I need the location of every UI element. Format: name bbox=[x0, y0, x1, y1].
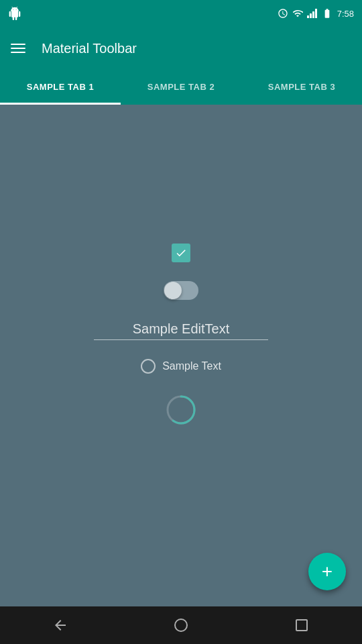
progress-indicator bbox=[164, 392, 198, 427]
toolbar: Material Toolbar bbox=[0, 27, 362, 70]
status-bar-left bbox=[8, 7, 21, 20]
tab-sample-tab-1[interactable]: SAMPLE TAB 1 bbox=[0, 70, 121, 105]
wifi-icon bbox=[292, 8, 303, 19]
menu-button[interactable] bbox=[11, 44, 25, 53]
toggle-wrapper bbox=[164, 281, 198, 300]
fab-button[interactable]: + bbox=[308, 553, 346, 590]
edit-text-wrapper bbox=[94, 319, 268, 340]
toolbar-title: Material Toolbar bbox=[42, 41, 137, 56]
progress-circle-svg bbox=[164, 392, 198, 427]
status-bar: 7:58 bbox=[0, 0, 362, 27]
recent-icon bbox=[294, 617, 310, 633]
svg-rect-3 bbox=[296, 620, 307, 631]
tab-sample-tab-2[interactable]: SAMPLE TAB 2 bbox=[121, 70, 241, 105]
time-display: 7:58 bbox=[337, 9, 354, 19]
signal-icon bbox=[307, 9, 317, 18]
radio-label: Sample Text bbox=[162, 360, 221, 372]
tabs-bar: SAMPLE TAB 1 SAMPLE TAB 2 SAMPLE TAB 3 bbox=[0, 70, 362, 105]
svg-point-2 bbox=[175, 619, 187, 631]
radio-button[interactable] bbox=[141, 359, 156, 374]
tab-sample-tab-3[interactable]: SAMPLE TAB 3 bbox=[241, 70, 362, 105]
nav-recent-button[interactable] bbox=[294, 617, 310, 633]
battery-icon bbox=[321, 8, 333, 19]
toggle-switch[interactable] bbox=[164, 281, 198, 300]
clock-icon bbox=[278, 8, 288, 19]
home-icon bbox=[173, 617, 189, 633]
controls-container: Sample Text bbox=[94, 244, 268, 427]
main-content: Sample Text + bbox=[0, 105, 362, 606]
android-icon bbox=[8, 7, 21, 20]
back-icon bbox=[52, 617, 68, 633]
radio-button-wrapper[interactable]: Sample Text bbox=[141, 359, 221, 374]
status-bar-right: 7:58 bbox=[278, 8, 354, 19]
nav-back-button[interactable] bbox=[52, 617, 68, 633]
nav-bar bbox=[0, 606, 362, 644]
toggle-thumb bbox=[164, 282, 182, 299]
nav-home-button[interactable] bbox=[173, 617, 189, 633]
checkbox[interactable] bbox=[172, 244, 190, 262]
edit-text-input[interactable] bbox=[94, 319, 268, 340]
checkmark-icon bbox=[175, 247, 187, 259]
checkbox-wrapper bbox=[172, 244, 190, 262]
